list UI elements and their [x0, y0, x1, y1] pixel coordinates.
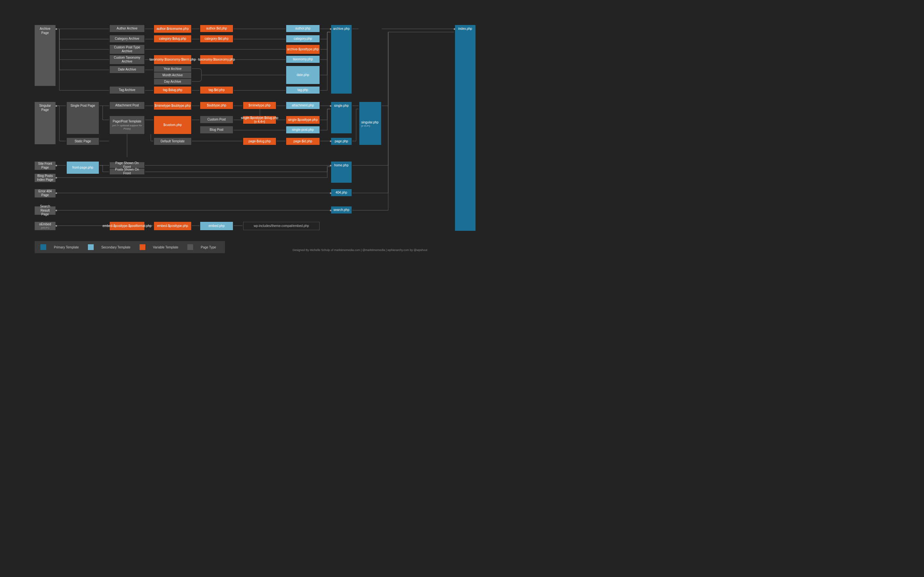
year-archive-type: Year Archive — [154, 66, 191, 72]
legend-variable-swatch — [140, 244, 145, 250]
site-front-page-type: Site Front Page — [35, 161, 55, 170]
subtype-template: $subtype.php — [200, 102, 233, 109]
mimetype-subtype-template: $mimetype-$subtype.php — [154, 102, 191, 110]
oembed-page-type: oEmbed(v4.4+) — [35, 222, 55, 230]
credit-text: Designed By Michelle Schulp of marktimem… — [292, 248, 427, 251]
blog-posts-index-page-type: Blog Posts Index Page — [35, 174, 55, 182]
tag-template: tag.php — [286, 87, 320, 93]
legend-secondary-label: Secondary Template — [102, 245, 131, 249]
taxonomy-only-template: taxonomy-$taxonomy.php — [200, 55, 233, 64]
date-archive-type: Date Archive — [110, 66, 144, 73]
author-nicename-template: author-$nicename.php — [154, 25, 191, 33]
blog-post-type: Blog Post — [200, 126, 233, 133]
embed-compat-template: wp-includes/theme-compat/embed.php — [243, 222, 320, 230]
legend-pagetype-label: Page Type — [201, 245, 216, 249]
day-archive-type: Day Archive — [154, 79, 191, 85]
legend: Primary Template Secondary Template Vari… — [35, 241, 225, 253]
tag-slug-template: tag-$slug.php — [154, 87, 191, 93]
page-shown-on-front-type: Page Shown On Front — [110, 162, 144, 168]
single-template: single.php — [331, 102, 352, 133]
archive-template: archive.php — [331, 25, 352, 93]
embed-posttype-template: embed-$posttype.php — [154, 222, 191, 230]
index-template: index.php — [455, 25, 475, 231]
category-id-template: category-$id.php — [200, 35, 233, 42]
legend-pagetype-swatch — [187, 244, 193, 250]
tag-archive-type: Tag Archive — [110, 87, 144, 93]
author-archive-type: Author Archive — [110, 25, 144, 32]
custom-taxonomy-archive-type: Custom Taxonomy Archive — [110, 55, 144, 64]
singular-template: singular.php(v 4.3+) — [359, 102, 381, 145]
page-id-template: page-$id.php — [286, 138, 320, 145]
home-template: home.php — [331, 161, 352, 183]
template-hierarchy-diagram: Archive Page Singular Page Site Front Pa… — [0, 0, 462, 288]
page-slug-template: page-$slug.php — [243, 138, 276, 145]
category-template: category.php — [286, 35, 320, 42]
page-template: page.php — [331, 138, 352, 145]
page-post-template-type: Page/Post Template(v4.7+ optional suppor… — [110, 116, 144, 134]
404-template: 404.php — [331, 189, 352, 196]
legend-primary-label: Primary Template — [54, 245, 79, 249]
date-template: date.php — [286, 66, 320, 84]
front-page-template: front-page.php — [67, 161, 99, 174]
month-archive-type: Month Archive — [154, 73, 191, 78]
taxonomy-template: taxonomy.php — [286, 56, 320, 63]
author-template: author.php — [286, 25, 320, 32]
category-archive-type: Category Archive — [110, 35, 144, 42]
single-post-template: single-post.php — [286, 126, 320, 133]
custom-template: $custom.php — [154, 116, 191, 134]
singular-page-type: Singular Page — [35, 102, 55, 144]
error-404-page-type: Error 404 Page — [35, 189, 55, 197]
cpt-archive-type: Custom Post Type Archive — [110, 45, 144, 54]
attachment-post-type: Attachment Post — [110, 102, 144, 109]
tag-id-template: tag-$id.php — [200, 87, 233, 93]
search-result-page-type: Search Result Page — [35, 206, 55, 215]
mimetype-template: $mimetype.php — [243, 102, 276, 109]
single-posttype-slug-template: single-$postype-$slug.php (v 4.4+) — [243, 116, 276, 124]
single-posttype-template: single-$posttype.php — [286, 116, 320, 124]
single-post-page-type: Single Post Page — [67, 102, 99, 134]
archive-posttype-template: archive-$posttype.php — [286, 45, 320, 54]
category-slug-template: category-$slug.php — [154, 35, 191, 42]
default-template-type: Default Template — [154, 138, 191, 145]
author-id-template: author-$id.php — [200, 25, 233, 32]
embed-template: embed.php — [200, 222, 233, 230]
custom-post-type: Custom Post — [200, 116, 233, 123]
legend-variable-label: Variable Template — [153, 245, 178, 249]
search-template: search.php — [331, 206, 352, 213]
archive-page-type: Archive Page — [35, 25, 55, 86]
legend-secondary-swatch — [88, 244, 94, 250]
attachment-template: attachment.php — [286, 102, 320, 109]
static-page-type: Static Page — [67, 138, 99, 145]
legend-primary-swatch — [40, 244, 46, 250]
taxonomy-term-template: taxonomy-$taxonomy-$term.php — [154, 55, 191, 64]
embed-posttype-postformat-template: embed-$posttype-$postformat.php — [110, 222, 144, 230]
posts-shown-on-front-type: Posts Shown On Front — [110, 169, 144, 174]
